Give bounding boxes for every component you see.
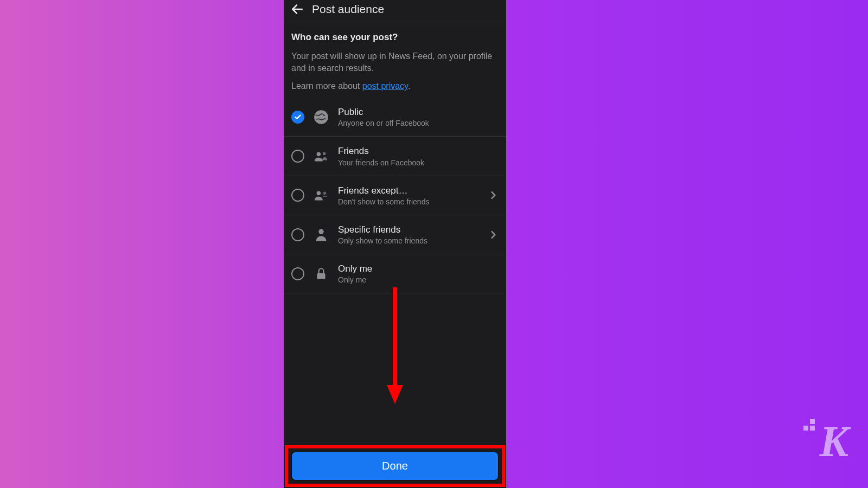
spacer	[284, 293, 506, 445]
svg-rect-8	[317, 273, 325, 279]
svg-point-2	[317, 152, 321, 157]
intro-section: Who can see your post? Your post will sh…	[284, 22, 506, 95]
option-friends[interactable]: Friends Your friends on Facebook	[284, 137, 506, 176]
option-public[interactable]: Public Anyone on or off Facebook	[284, 95, 506, 137]
radio-unselected-icon[interactable]	[291, 150, 304, 163]
lock-icon	[313, 266, 329, 282]
intro-learn-line: Learn more about post privacy.	[291, 81, 499, 91]
screen-title: Post audience	[312, 3, 384, 16]
intro-learn-suffix: .	[408, 81, 410, 91]
option-subtitle: Only me	[338, 275, 499, 284]
option-text: Specific friends Only show to some frien…	[338, 224, 479, 245]
svg-point-1	[314, 110, 328, 124]
option-subtitle: Your friends on Facebook	[338, 158, 499, 167]
intro-body: Your post will show up in News Feed, on …	[291, 50, 499, 74]
option-title: Public	[338, 106, 499, 118]
option-text: Friends Your friends on Facebook	[338, 145, 499, 166]
option-text: Friends except… Don't show to some frien…	[338, 185, 479, 206]
option-subtitle: Only show to some friends	[338, 236, 479, 245]
back-arrow-icon[interactable]	[290, 2, 304, 16]
friends-icon	[313, 148, 329, 164]
option-friends-except[interactable]: Friends except… Don't show to some frien…	[284, 176, 506, 215]
radio-unselected-icon[interactable]	[291, 267, 304, 280]
audience-options-list: Public Anyone on or off Facebook Friends…	[284, 95, 506, 293]
svg-point-3	[323, 152, 326, 156]
option-subtitle: Don't show to some friends	[338, 197, 479, 206]
svg-point-7	[318, 229, 323, 234]
chevron-right-icon	[488, 190, 499, 201]
option-text: Only me Only me	[338, 263, 499, 284]
option-title: Specific friends	[338, 224, 479, 235]
radio-unselected-icon[interactable]	[291, 189, 304, 202]
friends-except-icon	[313, 187, 329, 203]
option-title: Friends	[338, 145, 499, 157]
done-highlight-box: Done	[285, 445, 505, 487]
radio-unselected-icon[interactable]	[291, 228, 304, 241]
screen-header: Post audience	[284, 0, 506, 22]
watermark-logo: K	[820, 417, 846, 466]
option-specific-friends[interactable]: Specific friends Only show to some frien…	[284, 215, 506, 254]
done-button[interactable]: Done	[291, 452, 499, 480]
option-only-me[interactable]: Only me Only me	[284, 254, 506, 293]
specific-friend-icon	[313, 227, 329, 243]
phone-screen: Post audience Who can see your post? You…	[284, 0, 506, 488]
option-title: Friends except…	[338, 185, 479, 196]
watermark-letter: K	[820, 418, 846, 465]
svg-point-5	[323, 192, 327, 195]
svg-point-4	[317, 191, 321, 196]
radio-selected-icon[interactable]	[291, 111, 304, 124]
post-privacy-link[interactable]: post privacy	[362, 81, 408, 91]
chevron-right-icon	[488, 229, 499, 240]
background-gradient: Post audience Who can see your post? You…	[0, 0, 868, 488]
globe-icon	[313, 109, 329, 125]
watermark-dots-icon	[803, 418, 818, 432]
option-text: Public Anyone on or off Facebook	[338, 106, 499, 127]
option-subtitle: Anyone on or off Facebook	[338, 119, 499, 127]
intro-learn-prefix: Learn more about	[291, 81, 362, 91]
intro-heading: Who can see your post?	[291, 32, 499, 43]
option-title: Only me	[338, 263, 499, 274]
